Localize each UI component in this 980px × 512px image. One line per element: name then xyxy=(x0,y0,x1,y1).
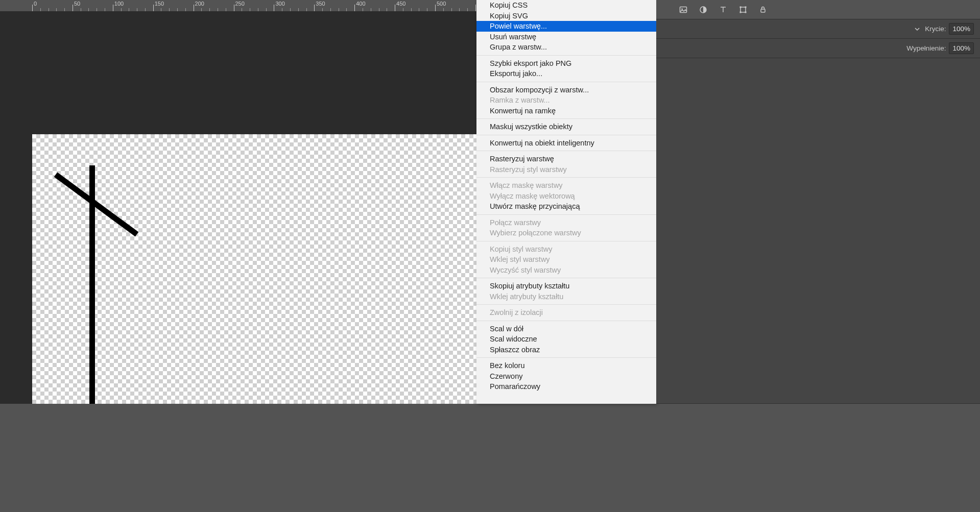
svg-line-1 xyxy=(56,175,137,234)
image-icon[interactable] xyxy=(679,6,687,14)
menu-item[interactable]: Usuń warstwę xyxy=(476,32,656,42)
ruler-major-tick xyxy=(395,5,395,11)
svg-rect-7 xyxy=(745,6,747,8)
menu-separator xyxy=(476,82,656,82)
menu-item[interactable]: Spłaszcz obraz xyxy=(476,345,656,355)
menu-item[interactable]: Obszar kompozycji z warstw... xyxy=(476,85,656,95)
menu-item: Rasteryzuj styl warstwy xyxy=(476,164,656,175)
fill-row: Wypełnienie: 100% xyxy=(656,39,980,58)
menu-item: Zwolnij z izolacji xyxy=(476,307,656,318)
ruler-major-tick xyxy=(113,5,113,11)
menu-separator xyxy=(476,321,656,321)
svg-rect-9 xyxy=(745,11,747,13)
ruler-label: 150 xyxy=(155,1,164,7)
menu-item: Połącz warstwy xyxy=(476,217,656,228)
menu-item[interactable]: Kopiuj CSS xyxy=(476,0,656,11)
menu-item[interactable]: Rasteryzuj warstwę xyxy=(476,154,656,164)
svg-rect-8 xyxy=(740,11,742,13)
ruler-major-tick xyxy=(354,5,355,11)
ruler-label: 300 xyxy=(275,1,284,7)
menu-item: Kopiuj styl warstwy xyxy=(476,244,656,255)
menu-item[interactable]: Utwórz maskę przycinającą xyxy=(476,201,656,212)
ruler-major-tick xyxy=(435,5,436,11)
menu-item[interactable]: Szybki eksport jako PNG xyxy=(476,58,656,69)
lock-icon[interactable] xyxy=(759,6,767,14)
ruler-label: 250 xyxy=(235,1,245,7)
context-menu-list: Kopiuj CSSKopiuj SVGPowiel warstwę...Usu… xyxy=(476,0,656,392)
svg-rect-0 xyxy=(89,165,95,404)
menu-separator xyxy=(476,118,656,119)
menu-item[interactable]: Czerwony xyxy=(476,371,656,382)
ruler-label: 350 xyxy=(316,1,325,7)
menu-item: Wybierz połączone warstwy xyxy=(476,228,656,238)
menu-item[interactable]: Grupa z warstw... xyxy=(476,42,656,53)
ruler-label: 0 xyxy=(34,1,37,7)
menu-item[interactable]: Scal w dół xyxy=(476,324,656,334)
text-icon[interactable] xyxy=(719,6,727,14)
svg-rect-6 xyxy=(740,6,742,8)
layer-context-menu[interactable]: Kopiuj CSSKopiuj SVGPowiel warstwę...Usu… xyxy=(476,0,656,404)
ruler-label: 450 xyxy=(396,1,405,7)
document-canvas[interactable] xyxy=(32,134,476,404)
transform-icon[interactable] xyxy=(739,6,747,14)
svg-rect-10 xyxy=(761,9,765,12)
menu-separator xyxy=(476,357,656,358)
horizontal-ruler: 050100150200250300350400450500550 xyxy=(0,0,476,11)
menu-item[interactable]: Powiel warstwę... xyxy=(476,21,656,32)
layers-panel: Krycie: 100% Wypełnienie: 100% xyxy=(656,0,980,404)
ruler-major-tick xyxy=(234,5,234,11)
canvas-pasteboard xyxy=(0,11,476,134)
ruler-ticks: 050100150200250300350400450500550 xyxy=(32,0,476,11)
menu-item: Wklej styl warstwy xyxy=(476,254,656,265)
menu-separator xyxy=(476,304,656,305)
menu-item[interactable]: Kopiuj SVG xyxy=(476,11,656,21)
menu-separator xyxy=(476,214,656,215)
opacity-row: Krycie: 100% xyxy=(656,19,980,39)
menu-separator xyxy=(476,135,656,135)
menu-item[interactable]: Bez koloru xyxy=(476,360,656,371)
ruler-major-tick xyxy=(32,5,33,11)
ruler-major-tick xyxy=(475,5,476,11)
ruler-major-tick xyxy=(274,5,274,11)
fill-label: Wypełnienie: xyxy=(906,44,946,52)
menu-item: Ramka z warstw... xyxy=(476,95,656,106)
circle-half-icon[interactable] xyxy=(699,6,707,14)
menu-separator xyxy=(476,151,656,151)
menu-item: Wyczyść styl warstwy xyxy=(476,265,656,276)
ruler-major-tick xyxy=(153,5,154,11)
menu-item[interactable]: Skopiuj atrybuty kształtu xyxy=(476,281,656,291)
layers-list-area[interactable] xyxy=(656,58,980,404)
menu-item[interactable]: Konwertuj na ramkę xyxy=(476,106,656,116)
menu-separator xyxy=(476,177,656,178)
ruler-label: 200 xyxy=(195,1,204,7)
menu-item: Włącz maskę warstwy xyxy=(476,180,656,191)
menu-item: Wyłącz maskę wektorową xyxy=(476,191,656,202)
menu-separator xyxy=(476,241,656,241)
fill-value[interactable]: 100% xyxy=(949,42,974,54)
menu-separator xyxy=(476,55,656,56)
opacity-value[interactable]: 100% xyxy=(949,23,974,35)
panel-icon-row xyxy=(656,0,980,19)
menu-item[interactable]: Maskuj wszystkie obiekty xyxy=(476,121,656,132)
menu-separator xyxy=(476,278,656,278)
menu-item[interactable]: Scal widoczne xyxy=(476,334,656,345)
ruler-label: 400 xyxy=(356,1,365,7)
menu-item[interactable]: Konwertuj na obiekt inteligentny xyxy=(476,138,656,149)
ruler-major-tick xyxy=(73,5,73,11)
menu-item[interactable]: Pomarańczowy xyxy=(476,381,656,392)
menu-item: Wklej atrybuty kształtu xyxy=(476,291,656,302)
ruler-label: 100 xyxy=(114,1,124,7)
canvas-pasteboard-left xyxy=(0,134,32,404)
drawn-shape xyxy=(32,134,476,404)
ruler-label: 500 xyxy=(437,1,446,7)
menu-item[interactable]: Eksportuj jako... xyxy=(476,68,656,79)
opacity-label: Krycie: xyxy=(925,25,946,33)
ruler-major-tick xyxy=(194,5,194,11)
ruler-label: 50 xyxy=(74,1,80,7)
blend-mode-dropdown-caret[interactable] xyxy=(913,25,921,33)
ruler-major-tick xyxy=(314,5,315,11)
